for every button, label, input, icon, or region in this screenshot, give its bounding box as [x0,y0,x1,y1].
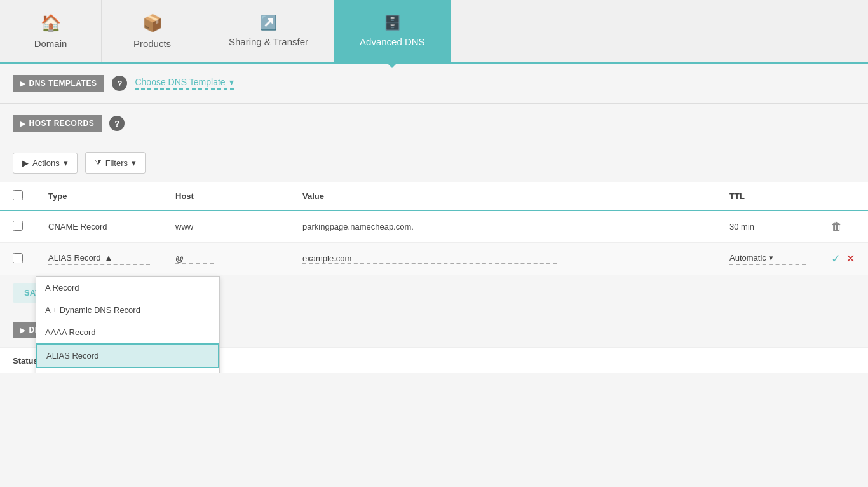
type-header: Type [36,182,163,210]
select-all-checkbox[interactable] [13,190,23,200]
filters-button[interactable]: ⧩ Filters ▾ [85,152,146,174]
advanceddns-icon: 🗄️ [384,15,401,31]
status-label: Status [13,356,38,366]
row-checkbox[interactable] [13,221,23,231]
filter-icon: ⧩ [95,158,102,168]
dropdown-item-alias[interactable]: ALIAS Record [36,343,219,368]
alias-type-arrow: ▲ [104,253,112,263]
ttl-header: TTL [717,182,818,210]
tab-products-label: Products [133,38,171,49]
dns-templates-help[interactable]: ? [112,76,127,91]
dns-templates-arrow: ▶ [20,80,26,87]
filters-arrow-icon: ▾ [132,158,136,168]
tab-sharing[interactable]: ↗️ Sharing & Transfer [203,0,334,62]
action-bar: ▶ Actions ▾ ⧩ Filters ▾ [0,143,868,182]
table-row: CNAME Record www parkingpage.namecheap.c… [0,210,868,243]
dropdown-list: A Record A + Dynamic DNS Record AAAA Rec… [36,277,219,373]
delete-button[interactable]: 🗑 [831,220,843,233]
host-records-arrow: ▶ [20,120,26,127]
alias-edit-row: ALIAS Record ▲ A Record A + Dynamic DNS … [0,243,868,275]
top-nav: 🏠 Domain 📦 Products ↗️ Sharing & Transfe… [0,0,868,64]
tab-products[interactable]: 📦 Products [102,0,203,62]
host-header: Host [163,182,290,210]
domain-icon: 🏠 [41,13,61,33]
play-icon: ▶ [22,158,29,168]
alias-value-input[interactable] [302,254,557,264]
host-records-label[interactable]: ▶ HOST RECORDS [13,115,102,132]
tab-domain[interactable]: 🏠 Domain [0,0,102,62]
tab-advanceddns-label: Advanced DNS [360,36,425,47]
dropdown-item-a-dynamic[interactable]: A + Dynamic DNS Record [36,299,219,321]
alias-row-checkbox[interactable] [13,253,23,263]
sharing-icon: ↗️ [260,15,277,31]
actions-arrow-icon: ▾ [64,158,68,168]
ttl-arrow-icon: ▾ [769,253,773,263]
actions-button[interactable]: ▶ Actions ▾ [13,153,78,174]
host-records-section: ▶ HOST RECORDS ? [0,104,868,143]
tab-advanceddns[interactable]: 🗄️ Advanced DNS [334,0,451,62]
row-type: CNAME Record [36,210,163,243]
dns-template-dropdown[interactable]: Choose DNS Template ▾ [135,77,233,90]
alias-row-actions: ✓ ✕ [831,252,855,266]
dropdown-item-aaaa[interactable]: AAAA Record [36,321,219,343]
alias-type-dropdown[interactable]: ALIAS Record ▲ [48,253,150,265]
tab-domain-label: Domain [34,38,67,49]
tab-sharing-label: Sharing & Transfer [229,36,308,47]
alias-host-input[interactable] [175,254,214,264]
dnssec-arrow: ▶ [20,327,26,334]
alias-type-label: ALIAS Record [48,253,100,263]
dns-templates-section: ▶ DNS TEMPLATES ? Choose DNS Template ▾ [0,64,868,103]
row-host: www [163,210,290,243]
type-dropdown-popup: A Record A + Dynamic DNS Record AAAA Rec… [36,276,220,373]
dns-templates-label[interactable]: ▶ DNS TEMPLATES [13,75,104,92]
cancel-button[interactable]: ✕ [846,252,855,266]
dropdown-item-caa[interactable]: CAA Record [36,368,219,373]
confirm-button[interactable]: ✓ [831,252,841,266]
row-value: parkingpage.namecheap.com. [290,210,717,243]
records-table: Type Host Value TTL CNAME Record www par… [0,182,868,275]
products-icon: 📦 [142,13,163,33]
ttl-dropdown[interactable]: Automatic ▾ [729,253,806,265]
dropdown-item-a[interactable]: A Record [36,277,219,299]
value-header: Value [290,182,717,210]
ttl-value: Automatic [729,253,766,263]
dropdown-arrow-icon: ▾ [229,77,234,87]
row-ttl: 30 min [717,210,818,243]
host-records-help[interactable]: ? [109,116,125,131]
